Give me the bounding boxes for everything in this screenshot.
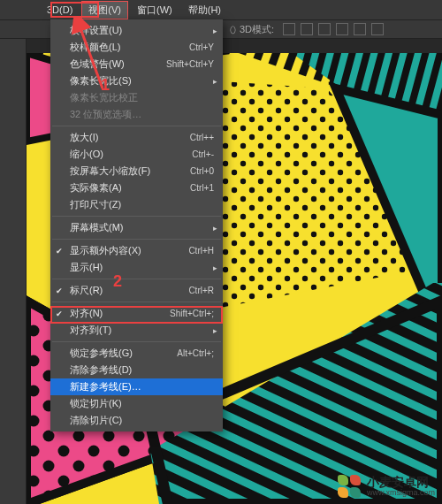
menu-item-label: 放大(I) <box>70 131 98 144</box>
menu-item[interactable]: 锁定切片(K) <box>50 395 223 412</box>
menu-separator <box>52 216 221 217</box>
menu-item[interactable]: 按屏幕大小缩放(F)Ctrl+0 <box>50 163 223 179</box>
watermark-title: 小麦安卓网 <box>367 476 435 489</box>
mode-3d-text: 3D模式: <box>240 23 274 36</box>
watermark-url: www.xmsigma.com <box>367 489 435 497</box>
menu-separator <box>52 239 221 240</box>
annotation-arrow <box>71 16 124 95</box>
menu-item[interactable]: 标尺(R)Ctrl+R <box>50 282 223 299</box>
menu-item[interactable]: 打印尺寸(Z) <box>50 196 223 213</box>
menu-item-shortcut: Ctrl+- <box>192 149 214 159</box>
watermark-logo <box>337 474 362 499</box>
leaf-icon <box>350 475 361 485</box>
menu-item-label: 新建参考线(E)… <box>70 380 141 393</box>
menu-item-shortcut: Shift+Ctrl+Y <box>166 59 214 69</box>
menu-item-shortcut: Ctrl+0 <box>190 166 214 176</box>
menu-item[interactable]: 对齐(N)Shift+Ctrl+; <box>50 305 223 322</box>
mode-icon[interactable] <box>336 23 348 35</box>
menu-item-label: 锁定参考线(G) <box>70 347 133 360</box>
menu-item-label: 显示额外内容(X) <box>70 244 141 257</box>
mode-3d-icons <box>283 23 384 35</box>
menu-item-label: 对齐到(T) <box>70 324 111 337</box>
menu-item[interactable]: 屏幕模式(M) <box>50 219 223 236</box>
menu-item[interactable]: 清除参考线(D) <box>50 362 223 378</box>
menu-item[interactable]: 对齐到(T) <box>50 322 223 339</box>
menu-item[interactable]: 显示额外内容(X)Ctrl+H <box>50 242 223 259</box>
tool-panel <box>0 39 27 504</box>
menu-item[interactable]: 新建参考线(E)… <box>50 378 223 395</box>
menu-help[interactable]: 帮助(H) <box>181 1 228 19</box>
menu-item-label: 对齐(N) <box>70 307 103 320</box>
menu-item-label: 按屏幕大小缩放(F) <box>70 164 150 178</box>
leaf-icon <box>338 475 348 485</box>
mode-icon[interactable] <box>354 23 366 35</box>
menu-separator <box>52 341 221 342</box>
menu-item[interactable]: 缩小(O)Ctrl+- <box>50 146 223 163</box>
mode-icon[interactable] <box>371 23 384 35</box>
menu-item-shortcut: Ctrl+H <box>188 246 214 256</box>
menu-item[interactable]: 锁定参考线(G)Alt+Ctrl+; <box>50 345 223 362</box>
menu-item-label: 打印尺寸(Z) <box>70 198 121 211</box>
menubar: 3D(D) 视图(V) 窗口(W) 帮助(H) <box>0 0 442 19</box>
leaf-icon <box>350 487 361 498</box>
menu-item-label: 缩小(O) <box>70 148 103 161</box>
leaf-icon <box>338 487 348 498</box>
mode-icon[interactable] <box>318 23 331 35</box>
menu-item-label: 实际像素(A) <box>70 181 122 195</box>
menu-item-label: 标尺(R) <box>70 284 103 297</box>
menu-item: 32 位预览选项… <box>50 106 223 123</box>
menu-separator <box>52 302 221 302</box>
mode-3d-label: ⬯ 3D模式: <box>230 23 274 36</box>
menu-item-label: 清除参考线(D) <box>70 363 132 377</box>
menu-item[interactable]: 清除切片(C) <box>50 412 223 429</box>
menu-item-shortcut: Ctrl+1 <box>190 183 214 193</box>
menu-item[interactable]: 放大(I)Ctrl++ <box>50 129 223 146</box>
menu-item-shortcut: Ctrl++ <box>190 133 214 142</box>
watermark: 小麦安卓网 www.xmsigma.com <box>337 474 435 499</box>
menu-window[interactable]: 窗口(W) <box>130 1 179 19</box>
menu-item-label: 锁定切片(K) <box>70 397 122 410</box>
menu-item-shortcut: Ctrl+Y <box>189 42 214 52</box>
menu-item-shortcut: Shift+Ctrl+; <box>170 309 214 318</box>
menu-item[interactable]: 实际像素(A)Ctrl+1 <box>50 179 223 196</box>
annotation-number-1: 1 <box>101 76 110 95</box>
mode-icon[interactable] <box>301 23 313 35</box>
menu-item-label: 清除切片(C) <box>70 414 122 427</box>
menu-item-shortcut: Ctrl+R <box>188 286 214 295</box>
mode-icon[interactable] <box>283 23 295 35</box>
svg-line-27 <box>78 21 103 88</box>
menu-separator <box>52 279 221 279</box>
menu-item-shortcut: Alt+Ctrl+; <box>177 348 214 358</box>
annotation-number-2: 2 <box>113 272 122 291</box>
menu-item-label: 32 位预览选项… <box>70 108 141 121</box>
menu-item[interactable]: 显示(H) <box>50 259 223 276</box>
menu-item-label: 屏幕模式(M) <box>70 221 124 234</box>
menu-separator <box>52 126 221 126</box>
menu-item-label: 显示(H) <box>70 261 103 274</box>
